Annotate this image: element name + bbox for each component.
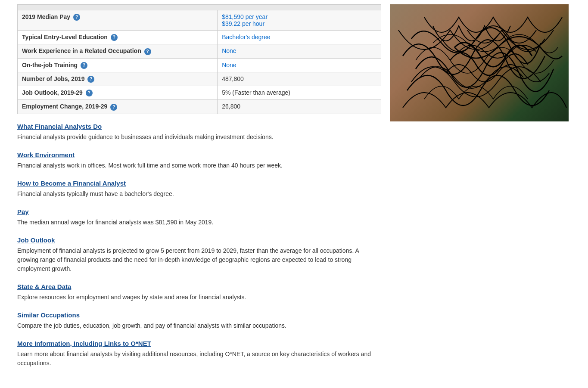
value-text: 26,800 (222, 103, 240, 110)
section-heading-pay[interactable]: Pay (17, 208, 381, 215)
value-text: $81,590 per year (222, 13, 268, 20)
table-value-cell: None (218, 58, 381, 72)
table-label-cell: Job Outlook, 2019-29 ? (18, 86, 218, 100)
table-value-cell: $81,590 per year$39.22 per hour (218, 10, 381, 31)
table-value-cell: 5% (Faster than average) (218, 86, 381, 100)
help-icon[interactable]: ? (73, 14, 80, 21)
table-label-cell: On-the-job Training ? (18, 58, 218, 72)
section-heading-how-to-become[interactable]: How to Become a Financial Analyst (17, 180, 381, 187)
scribble-drawing (390, 4, 569, 121)
value-text: None (222, 47, 236, 54)
table-title (18, 5, 381, 10)
section-heading-similar-occupations[interactable]: Similar Occupations (17, 311, 381, 319)
section-heading-what-financial-analysts-do[interactable]: What Financial Analysts Do (17, 123, 381, 130)
table-value-cell: 26,800 (218, 100, 381, 114)
table-label-cell: Number of Jobs, 2019 ? (18, 72, 218, 86)
section-heading-more-information[interactable]: More Information, Including Links to O*N… (17, 340, 381, 347)
value-text: 5% (Faster than average) (222, 89, 290, 96)
table-label-cell: Employment Change, 2019-29 ? (18, 100, 218, 114)
section-desc-job-outlook: Employment of financial analysts is proj… (17, 246, 381, 273)
section-block-similar-occupations: Similar OccupationsCompare the job dutie… (17, 311, 381, 330)
table-value-cell: Bachelor's degree (218, 31, 381, 44)
section-block-more-information: More Information, Including Links to O*N… (17, 340, 381, 368)
help-icon[interactable]: ? (86, 90, 93, 96)
help-icon[interactable]: ? (144, 48, 151, 55)
table-value-cell: None (218, 44, 381, 58)
sections-container: What Financial Analysts DoFinancial anal… (17, 123, 381, 368)
table-label-cell: 2019 Median Pay ? (18, 10, 218, 31)
value-text: Bachelor's degree (222, 34, 270, 40)
section-desc-pay: The median annual wage for financial ana… (17, 218, 381, 227)
section-block-what-financial-analysts-do: What Financial Analysts DoFinancial anal… (17, 123, 381, 142)
value-text: None (222, 62, 236, 68)
main-content: 2019 Median Pay ?$81,590 per year$39.22 … (17, 4, 381, 377)
section-heading-state-area-data[interactable]: State & Area Data (17, 283, 381, 290)
section-desc-more-information: Learn more about financial analysts by v… (17, 350, 381, 368)
section-block-how-to-become: How to Become a Financial AnalystFinanci… (17, 180, 381, 199)
section-heading-job-outlook[interactable]: Job Outlook (17, 236, 381, 244)
quick-facts-table: 2019 Median Pay ?$81,590 per year$39.22 … (17, 4, 381, 114)
section-desc-state-area-data: Explore resources for employment and wag… (17, 293, 381, 302)
table-label-cell: Typical Entry-Level Education ? (18, 31, 218, 44)
help-icon[interactable]: ? (111, 34, 118, 41)
section-desc-how-to-become: Financial analysts typically must have a… (17, 189, 381, 199)
page-container: 2019 Median Pay ?$81,590 per year$39.22 … (0, 0, 588, 382)
table-label-cell: Work Experience in a Related Occupation … (18, 44, 218, 58)
section-desc-similar-occupations: Compare the job duties, education, job g… (17, 321, 381, 330)
help-icon[interactable]: ? (110, 104, 117, 111)
value-text: 487,800 (222, 75, 244, 82)
sidebar (390, 4, 571, 377)
section-desc-work-environment: Financial analysts work in offices. Most… (17, 161, 381, 170)
section-desc-what-financial-analysts-do: Financial analysts provide guidance to b… (17, 133, 381, 142)
sidebar-image (390, 4, 569, 121)
help-icon[interactable]: ? (81, 62, 87, 69)
section-block-job-outlook: Job OutlookEmployment of financial analy… (17, 236, 381, 273)
table-value-cell: 487,800 (218, 72, 381, 86)
section-block-pay: PayThe median annual wage for financial … (17, 208, 381, 227)
value-text-line2: $39.22 per hour (222, 20, 264, 27)
section-block-work-environment: Work EnvironmentFinancial analysts work … (17, 151, 381, 170)
section-block-state-area-data: State & Area DataExplore resources for e… (17, 283, 381, 302)
section-heading-work-environment[interactable]: Work Environment (17, 151, 381, 158)
help-icon[interactable]: ? (87, 76, 94, 83)
